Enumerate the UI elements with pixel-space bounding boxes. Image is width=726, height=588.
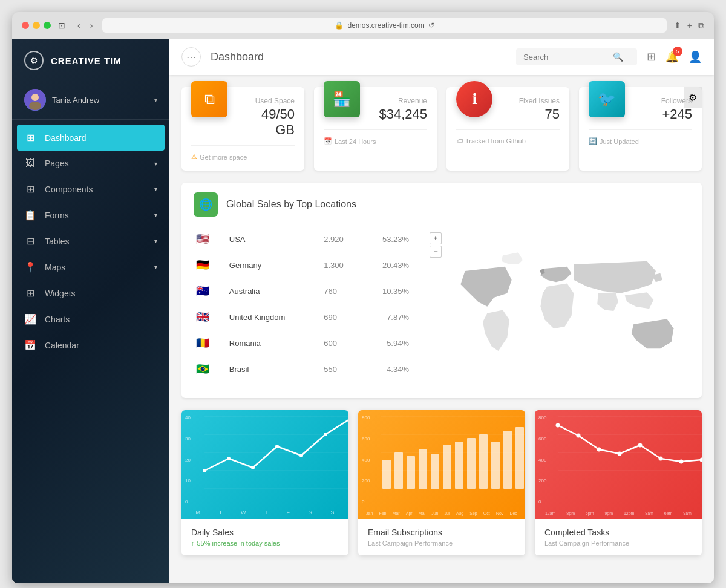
svg-point-40	[659, 457, 663, 461]
country-name: Brasil	[224, 356, 319, 382]
forward-icon[interactable]: ›	[88, 19, 96, 31]
sidebar-item-pages[interactable]: 🖼 Pages ▾	[12, 151, 169, 176]
country-flag: 🇦🇺	[191, 278, 224, 304]
content-area: ⧉ Used Space 49/50 GB ⚠ Get more space 🏪	[169, 75, 714, 583]
grid-view-button[interactable]: ⊞	[647, 50, 656, 64]
sidebar-item-components[interactable]: ⊞ Components ▾	[12, 176, 169, 202]
sidebar-item-label: Pages	[45, 158, 146, 168]
user-avatar	[24, 89, 46, 111]
email-subscriptions-info: Email Subscriptions Last Campaign Perfor…	[358, 519, 525, 555]
svg-point-1	[31, 94, 39, 101]
country-value: 1.300	[319, 252, 361, 278]
sidebar-toggle-icon[interactable]: ⊡	[58, 21, 65, 30]
country-flag: 🇺🇸	[191, 226, 224, 252]
sidebar-item-label: Tables	[45, 237, 146, 246]
sidebar-item-forms[interactable]: 📋 Forms ▾	[12, 202, 169, 228]
reload-icon[interactable]: ↺	[428, 21, 434, 30]
email-subscriptions-title: Email Subscriptions	[368, 528, 515, 537]
sidebar-item-charts[interactable]: 📈 Charts	[12, 306, 169, 332]
followers-icon: 🐦	[589, 81, 625, 117]
dashboard-icon: ⊞	[24, 132, 36, 143]
close-dot[interactable]	[22, 22, 29, 29]
sidebar-item-maps[interactable]: 📍 Maps ▾	[12, 254, 169, 280]
sidebar-item-label: Forms	[45, 211, 146, 220]
revenue-label: Revenue	[372, 97, 427, 105]
sidebar-item-widgets[interactable]: ⊞ Widgets	[12, 280, 169, 306]
line-chart-2-svg	[553, 416, 702, 489]
new-tab-icon[interactable]: +	[687, 21, 692, 31]
tables-icon: ⊟	[24, 235, 36, 247]
browser-titlebar: ⊡ ‹ › 🔒 demos.creative-tim.com ↺ ⬆ + ⧉	[12, 12, 714, 39]
x-axis-labels: MTWTFSS	[186, 509, 344, 515]
stat-card-fixed-issues: ℹ Fixed Issues 75 🏷 Tracked from Github	[446, 87, 569, 171]
country-value: 760	[319, 278, 361, 304]
daily-sales-chart: 403020100	[182, 410, 348, 519]
completed-tasks-subtitle: Last Campaign Performance	[544, 540, 692, 547]
menu-button[interactable]: ⋯	[182, 47, 201, 67]
country-flag: 🇷🇴	[191, 330, 224, 356]
revenue-content: Revenue $34,245	[372, 97, 427, 122]
minimize-dot[interactable]	[33, 22, 40, 29]
y-axis-labels: 8006004002000	[538, 415, 546, 505]
country-name: Germany	[224, 252, 319, 278]
svg-point-2	[29, 102, 41, 110]
svg-rect-29	[503, 431, 512, 489]
svg-rect-22	[419, 449, 427, 489]
dots-icon: ⋯	[186, 51, 196, 63]
maps-icon: 📍	[24, 261, 36, 273]
fixed-issues-footer-text: Tracked from Github	[465, 137, 526, 145]
country-name: USA	[224, 226, 319, 252]
sidebar-user[interactable]: Tania Andrew ▾	[12, 80, 169, 120]
address-bar[interactable]: 🔒 demos.creative-tim.com ↺	[102, 18, 666, 33]
chart-cards-row: 403020100	[182, 410, 702, 555]
calendar-small-icon: 📅	[324, 137, 332, 145]
fixed-issues-icon: ℹ	[456, 81, 492, 117]
country-percent: 7.87%	[361, 304, 414, 330]
bar-chart-svg	[376, 416, 525, 489]
back-icon[interactable]: ‹	[75, 19, 83, 31]
revenue-value: $34,245	[372, 106, 427, 122]
share-icon[interactable]: ⬆	[674, 21, 681, 31]
notifications-button[interactable]: 🔔 5	[666, 50, 679, 64]
github-icon: 🏷	[456, 137, 463, 145]
line-chart-svg	[200, 416, 348, 489]
y-axis-labels: 8006004002000	[362, 415, 370, 505]
svg-point-39	[638, 443, 643, 448]
email-subscriptions-chart: 8006004002000	[358, 410, 525, 519]
completed-tasks-info: Completed Tasks Last Campaign Performanc…	[535, 519, 702, 555]
search-bar[interactable]: 🔍	[516, 48, 637, 65]
main-content: ⋯ Dashboard 🔍 ⊞ 🔔 5 👤	[169, 39, 714, 583]
fixed-issues-label: Fixed Issues	[505, 97, 560, 105]
user-profile-button[interactable]: 👤	[688, 50, 702, 64]
fixed-issues-value: 75	[505, 106, 560, 122]
svg-rect-23	[431, 454, 439, 489]
maximize-dot[interactable]	[44, 22, 51, 29]
settings-fab-button[interactable]: ⚙	[684, 87, 702, 108]
completed-tasks-card: 8006004002000	[535, 410, 702, 555]
trend-up-icon: ↑	[191, 540, 195, 547]
search-icon[interactable]: 🔍	[613, 52, 623, 62]
svg-point-36	[577, 434, 581, 438]
country-value: 690	[319, 304, 361, 330]
svg-point-9	[227, 457, 231, 460]
x-axis-labels: JanFebMarAprMaiJunJulAugSepOctNovDec	[363, 511, 520, 515]
svg-rect-26	[467, 438, 476, 489]
country-percent: 10.35%	[361, 278, 414, 304]
zoom-in-button[interactable]: +	[430, 232, 442, 244]
sidebar-item-tables[interactable]: ⊟ Tables ▾	[12, 228, 169, 254]
stat-card-revenue: 🏪 Revenue $34,245 📅 Last 24 Hours	[314, 87, 437, 171]
pages-icon: 🖼	[24, 158, 36, 169]
daily-sales-info: Daily Sales ↑ 55% increase in today sale…	[182, 519, 348, 555]
sidebar-item-calendar[interactable]: 📅 Calendar	[12, 332, 169, 358]
zoom-out-button[interactable]: −	[430, 246, 442, 258]
browser-traffic-lights	[22, 22, 51, 29]
window-icon[interactable]: ⧉	[698, 21, 704, 31]
svg-point-10	[251, 466, 255, 469]
search-input[interactable]	[523, 53, 608, 62]
sidebar-item-dashboard[interactable]: ⊞ Dashboard	[17, 125, 165, 151]
notification-badge: 5	[673, 47, 682, 56]
svg-point-12	[299, 454, 303, 457]
sidebar-item-label: Widgets	[45, 289, 157, 298]
table-row: 🇬🇧 United Kingdom 690 7.87%	[191, 304, 414, 330]
country-name: Romania	[224, 330, 319, 356]
